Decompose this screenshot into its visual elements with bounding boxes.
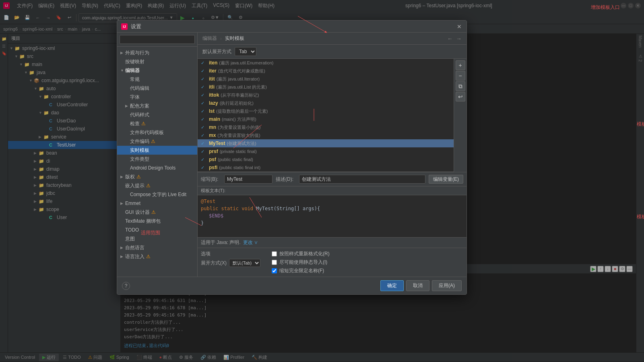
template-description: (public static final) [218, 157, 253, 162]
ok-button[interactable]: 确定 [380, 280, 404, 291]
template-description: (迭代可迭代对象或数组) [218, 68, 265, 74]
dialog-title-bar: IJ 设置 ✕ [117, 21, 466, 33]
settings-inlay-hints[interactable]: ▶ 嵌入提示 ⚠ [117, 181, 197, 190]
settings-textmate[interactable]: ▶ TextMate 捆绑包 [117, 217, 197, 225]
annotation-abbr-short: 模板缩写 [637, 121, 644, 128]
expand-option-row: 选项 [201, 250, 260, 257]
spacer: ▶ [125, 113, 130, 117]
settings-code-style[interactable]: ▶ 代码样式 [117, 110, 197, 119]
dialog-search-input[interactable] [120, 35, 195, 44]
template-ittok[interactable]: ✓ ittok (从字符串遍历标记) [198, 91, 454, 99]
template-abbr: itit [209, 76, 215, 82]
spacer: ▶ [125, 130, 130, 134]
warning-icon: ⚠ [146, 183, 151, 188]
template-itli[interactable]: ✓ itli (遍历 java.util.List 的元素) [198, 83, 454, 91]
change-link[interactable]: 更改 ∨ [243, 239, 258, 246]
settings-file-encoding[interactable]: ▶ 文件编码 ⚠ [117, 137, 197, 146]
settings-gui-designer[interactable]: ▶ GUI 设计器 ⚠ [117, 208, 197, 217]
settings-compose-live[interactable]: ▶ Compose 文字的 Live Edit [117, 190, 197, 199]
dialog-footer: ? 确定 取消 应用(A) [117, 277, 466, 294]
template-mn[interactable]: ✓ mn (为变量设置最小的值) [198, 123, 454, 131]
template-lst[interactable]: ✓ lst (提取数组的最后一个元素) [198, 107, 454, 115]
cancel-button[interactable]: 取消 [406, 280, 429, 291]
template-itit[interactable]: ✓ itit (遍历 java.util.Iterator) [198, 75, 454, 83]
edit-variables-button[interactable]: 编辑变量(E) [429, 175, 463, 184]
expand-method-select[interactable]: Tab [235, 47, 256, 56]
breadcrumb-live-templates: 实时模板 [225, 35, 244, 42]
template-psf[interactable]: ✓ psf (public static final) [198, 155, 454, 163]
template-mytest[interactable]: ✓ MyTest (创建测试方法) [198, 139, 454, 147]
settings-inspections[interactable]: ▶ 检查 ⚠ [117, 119, 197, 128]
spacer: ▶ [120, 210, 125, 214]
settings-color-scheme[interactable]: ▶ 配色方案 [117, 101, 197, 110]
settings-intentions[interactable]: ▶ 意图 [117, 234, 197, 243]
desc-input[interactable] [299, 175, 425, 184]
settings-font[interactable]: ▶ 字体 [117, 93, 197, 101]
dialog-close-button[interactable]: ✕ [456, 23, 462, 30]
settings-file-types[interactable]: ▶ 文件类型 [117, 155, 197, 163]
item-label: 语言注入 [125, 253, 144, 260]
settings-emmet[interactable]: ▶ Emmet [117, 199, 197, 208]
template-description: (创建测试方法) [227, 141, 256, 147]
kw-static: static [221, 206, 239, 211]
expand-row: 默认展开方式 Tab [198, 45, 466, 59]
spacer: ▶ [120, 219, 125, 223]
template-abbr: mn [209, 124, 216, 130]
item-label: 编辑器 [125, 67, 140, 74]
template-lazy[interactable]: ✓ lazy (执行延迟初始化) [198, 99, 454, 107]
settings-natural-language[interactable]: ▶ 自然语言 [117, 243, 197, 252]
nav-forward-button[interactable]: → [456, 35, 462, 42]
collapse-arrow: ▶ [125, 104, 130, 108]
apply-label: 适用于 Java: 声明. [201, 239, 241, 246]
settings-editor[interactable]: ▼ 编辑器 [117, 66, 197, 75]
settings-general[interactable]: ▶ 常规 [117, 75, 197, 84]
reset-template-button[interactable]: ↩ [456, 92, 465, 101]
reformat-checkbox[interactable] [272, 251, 277, 257]
abbr-input[interactable] [224, 175, 272, 184]
template-code-display[interactable]: @Test public static void MyTest(String[]… [198, 195, 466, 238]
item-label: 常规 [130, 76, 140, 83]
settings-todo[interactable]: ▶ TODO [117, 225, 197, 234]
item-label: 意图 [125, 236, 135, 242]
help-button[interactable]: ? [122, 282, 130, 290]
add-template-button[interactable]: + [456, 60, 465, 70]
nav-back-button[interactable]: ← [447, 35, 453, 42]
template-abbr: mx [209, 132, 216, 138]
settings-live-templates[interactable]: ▶ 实时模板 [117, 146, 197, 155]
settings-copyright[interactable]: ▶ 版权 ⚠ [117, 172, 197, 181]
expand-method-label: 默认展开方式 [202, 48, 231, 55]
spacer: ▶ [120, 237, 125, 241]
expand-mode-select[interactable]: 默认(Tab) [229, 259, 260, 267]
template-psfi[interactable]: ✓ psfi (public static final int) [198, 163, 454, 172]
settings-lang-inject[interactable]: ▶ 语言注入 ⚠ [117, 252, 197, 261]
template-iten[interactable]: ✓ iten (遍历 java.util.Enumeration) [198, 59, 454, 67]
collapse-arrow: ▶ [120, 254, 125, 259]
item-label: TODO [125, 227, 139, 233]
settings-android-tools[interactable]: ▶ Android Design Tools [117, 163, 197, 172]
settings-keymap[interactable]: ▶ 按键映射 [117, 57, 197, 66]
spacer: ▶ [125, 86, 130, 90]
apply-button[interactable]: 应用(A) [432, 280, 462, 291]
template-mx[interactable]: ✓ mx (为变量设置较大的值) [198, 131, 454, 139]
code-line-3: $END$ [201, 212, 463, 219]
template-main[interactable]: ✓ main (main() 方法声明) [198, 115, 454, 123]
shorten-checkbox[interactable] [272, 268, 277, 273]
template-prsf[interactable]: ✓ prsf (private static final) [198, 147, 454, 155]
expand-mode-label: 展开方式(X) [201, 260, 227, 267]
item-label: 文件和代码模板 [130, 129, 164, 136]
check-icon: ✓ [201, 165, 206, 170]
template-description: (public static final int) [219, 165, 260, 170]
static-import-checkbox[interactable] [272, 260, 277, 265]
dialog-left-tree: ▶ 外观与行为 ▶ 按键映射 ▼ 编辑器 ▶ 常 [117, 47, 197, 277]
dialog-logo: IJ [121, 23, 128, 30]
template-iter[interactable]: ✓ iter (迭代可迭代对象或数组) [198, 67, 454, 75]
annotation-template-content: 模板内容 [637, 213, 644, 220]
remove-template-button[interactable]: − [456, 71, 465, 81]
expand-options-label: 选项 [201, 250, 211, 257]
settings-code-edit[interactable]: ▶ 代码编辑 [117, 84, 197, 93]
breadcrumb-sep: › [220, 36, 222, 41]
settings-appearance[interactable]: ▶ 外观与行为 [117, 48, 197, 57]
settings-file-templates[interactable]: ▶ 文件和代码模板 [117, 128, 197, 137]
copy-template-button[interactable]: ⧉ [456, 81, 465, 91]
template-text-label: 模板文本(T): [198, 186, 466, 195]
